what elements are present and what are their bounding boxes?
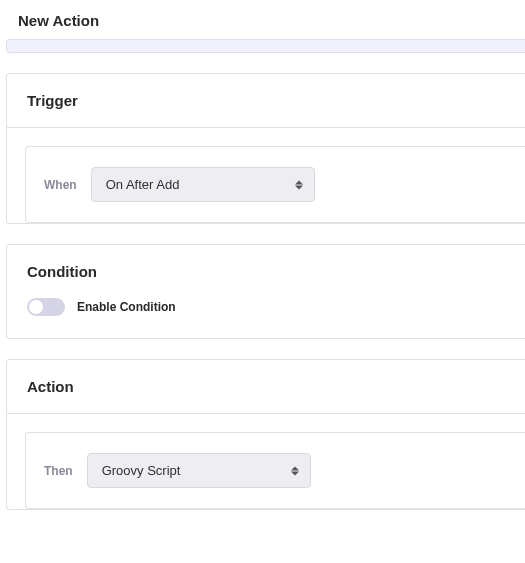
trigger-panel: When On After Add <box>25 146 525 223</box>
enable-condition-row: Enable Condition <box>7 298 525 338</box>
then-select-value: Groovy Script <box>87 453 311 488</box>
condition-heading: Condition <box>7 245 525 298</box>
toggle-knob <box>29 300 43 314</box>
action-section: Action Then Groovy Script <box>6 359 525 510</box>
trigger-section: Trigger When On After Add <box>6 73 525 224</box>
then-label: Then <box>44 464 73 478</box>
when-select[interactable]: On After Add <box>91 167 315 202</box>
page-title: New Action <box>0 0 525 39</box>
when-select-value: On After Add <box>91 167 315 202</box>
enable-condition-toggle[interactable] <box>27 298 65 316</box>
enable-condition-label: Enable Condition <box>77 300 176 314</box>
action-heading: Action <box>7 360 525 414</box>
action-panel: Then Groovy Script <box>25 432 525 509</box>
condition-section: Condition Enable Condition <box>6 244 525 339</box>
when-label: When <box>44 178 77 192</box>
then-select[interactable]: Groovy Script <box>87 453 311 488</box>
top-accent-bar <box>6 39 525 53</box>
trigger-heading: Trigger <box>7 74 525 128</box>
